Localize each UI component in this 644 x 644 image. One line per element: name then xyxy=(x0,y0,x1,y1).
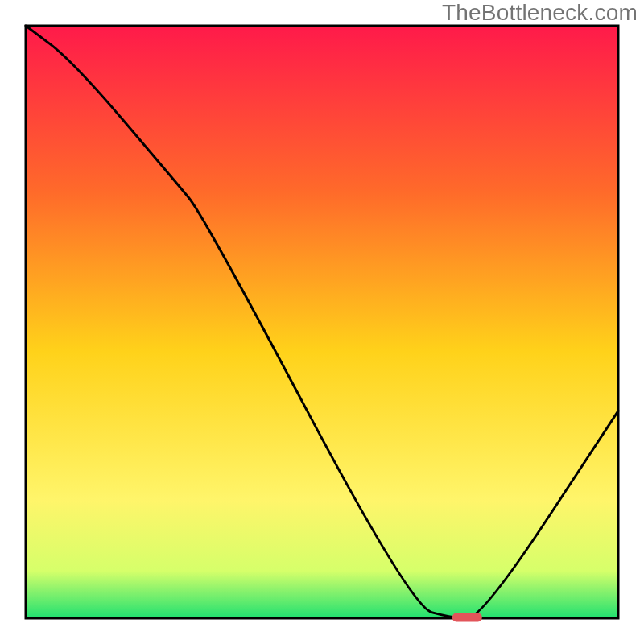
chart-background xyxy=(26,26,618,618)
optimal-marker xyxy=(452,613,482,622)
watermark-text: TheBottleneck.com xyxy=(442,0,638,26)
chart-frame: TheBottleneck.com xyxy=(0,0,644,644)
bottleneck-chart xyxy=(0,0,644,644)
